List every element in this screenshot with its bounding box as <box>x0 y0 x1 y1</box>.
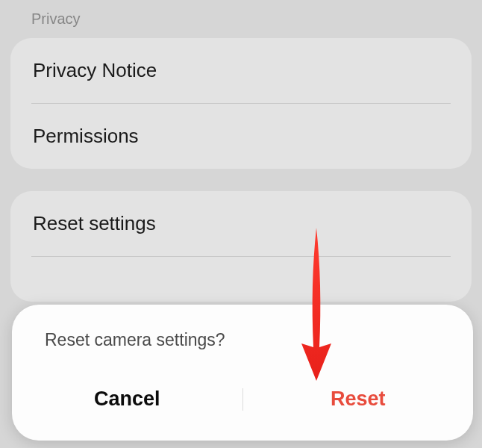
dialog-button-row: Cancel Reset <box>12 380 473 441</box>
cancel-button[interactable]: Cancel <box>12 380 242 418</box>
dialog-title: Reset camera settings? <box>12 330 473 350</box>
privacy-section-header: Privacy <box>0 0 482 38</box>
reset-settings-row[interactable]: Reset settings <box>10 191 472 256</box>
privacy-notice-row[interactable]: Privacy Notice <box>10 38 472 103</box>
reset-card: Reset settings <box>10 191 472 302</box>
reset-confirmation-dialog: Reset camera settings? Cancel Reset <box>12 305 473 441</box>
privacy-card: Privacy Notice Permissions <box>10 38 472 169</box>
permissions-row[interactable]: Permissions <box>10 104 472 169</box>
reset-button[interactable]: Reset <box>243 380 474 418</box>
